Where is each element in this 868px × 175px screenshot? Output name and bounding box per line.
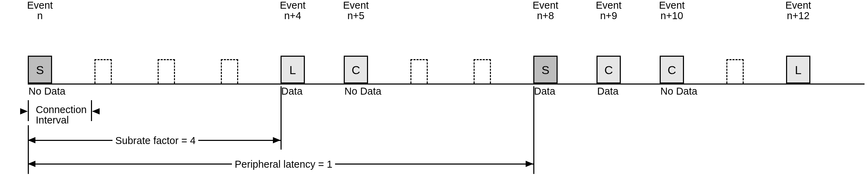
data-label-n+5: No Data <box>344 86 381 97</box>
data-label-n+9: Data <box>597 86 618 97</box>
event-box-n+10: C <box>660 56 684 83</box>
data-label-n: No Data <box>28 86 65 97</box>
subrate-label: Subrate factor = 4 <box>112 135 198 146</box>
event-box-skip-7 <box>474 59 491 83</box>
event-label-n+5: Event n+5 <box>325 0 387 21</box>
event-label-n+9: Event n+9 <box>577 0 640 21</box>
event-box-n+12: L <box>786 56 810 83</box>
periph-label: Peripheral latency = 1 <box>232 159 335 170</box>
event-box-n+9: C <box>596 56 621 83</box>
event-box-skip-2 <box>158 59 175 83</box>
conn-int-arrow-in-right <box>92 108 100 114</box>
event-box-skip-11 <box>726 59 744 83</box>
periph-arrow-right <box>526 161 533 167</box>
event-box-skip-6 <box>410 59 428 83</box>
subrate-arrow-right <box>273 137 281 143</box>
event-label-n+12: Event n+12 <box>767 0 829 21</box>
diagram-root: { "chart_data": { "type": "table", "titl… <box>0 0 868 175</box>
data-label-n+8: Data <box>534 86 555 97</box>
subrate-arrow-left <box>28 137 35 143</box>
timeline-axis <box>28 83 865 85</box>
event-box-n+8: S <box>533 56 558 83</box>
data-label-n+4: Data <box>281 86 302 97</box>
periph-arrow-left <box>28 161 35 167</box>
event-box-skip-3 <box>221 59 238 83</box>
event-box-skip-1 <box>94 59 112 83</box>
event-label-n+8: Event n+8 <box>514 0 577 21</box>
conn-int-tick-left <box>28 100 29 121</box>
event-box-n: S <box>28 56 52 83</box>
event-label-n+10: Event n+10 <box>641 0 703 21</box>
event-label-n: Event n <box>9 0 71 21</box>
event-label-n+4: Event n+4 <box>261 0 324 21</box>
periph-tick-right <box>533 86 534 174</box>
conn-int-arrow-in-left <box>20 108 28 114</box>
data-label-n+10: No Data <box>660 86 697 97</box>
event-box-n+4: L <box>281 56 305 83</box>
conn-interval-label: Connection Interval <box>33 104 90 126</box>
event-box-n+5: C <box>344 56 368 83</box>
